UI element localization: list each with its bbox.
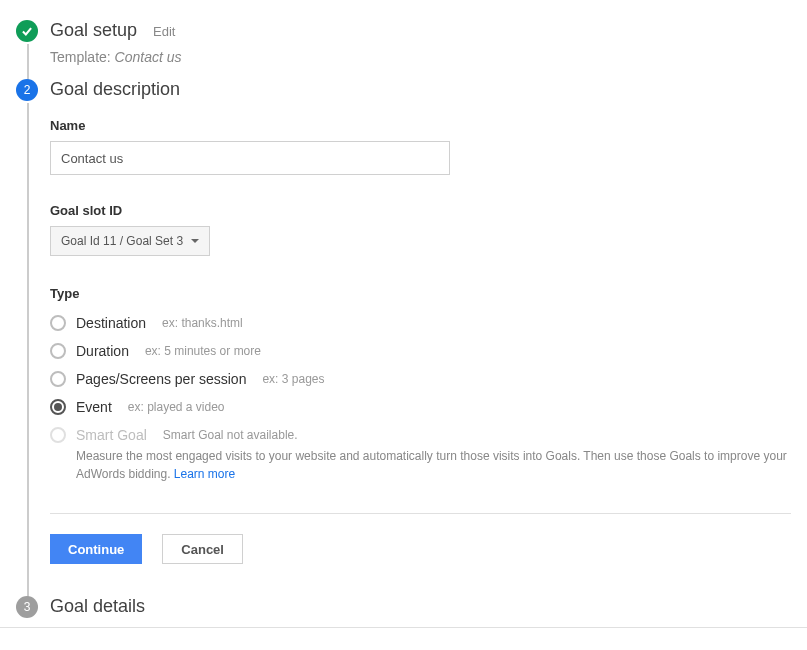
radio-destination[interactable] [50,315,66,331]
slot-label: Goal slot ID [50,203,791,218]
step2-title: Goal description [50,79,180,100]
radio-smart-hint: Smart Goal not available. [163,428,298,442]
continue-button[interactable]: Continue [50,534,142,564]
radio-pages-label: Pages/Screens per session [76,371,246,387]
radio-pages-hint: ex: 3 pages [262,372,324,386]
radio-destination-label: Destination [76,315,146,331]
smart-desc: Measure the most engaged visits to your … [76,447,791,483]
slot-dropdown[interactable]: Goal Id 11 / Goal Set 3 [50,226,210,256]
step3-icon: 3 [16,596,38,618]
step2-icon: 2 [16,79,38,101]
radio-duration-hint: ex: 5 minutes or more [145,344,261,358]
radio-duration[interactable] [50,343,66,359]
radio-event[interactable] [50,399,66,415]
cancel-button[interactable]: Cancel [162,534,243,564]
name-input[interactable] [50,141,450,175]
step1-title: Goal setup [50,20,137,41]
radio-event-label: Event [76,399,112,415]
learn-more-link[interactable]: Learn more [174,467,235,481]
radio-destination-hint: ex: thanks.html [162,316,243,330]
edit-link[interactable]: Edit [153,24,175,39]
radio-duration-label: Duration [76,343,129,359]
radio-pages[interactable] [50,371,66,387]
name-label: Name [50,118,791,133]
template-line: Template: Contact us [50,49,791,65]
divider [50,513,791,514]
type-label: Type [50,286,791,301]
radio-smart [50,427,66,443]
slot-value: Goal Id 11 / Goal Set 3 [61,234,183,248]
step3-title: Goal details [50,596,145,617]
chevron-down-icon [191,239,199,243]
check-icon [16,20,38,42]
radio-smart-label: Smart Goal [76,427,147,443]
radio-event-hint: ex: played a video [128,400,225,414]
